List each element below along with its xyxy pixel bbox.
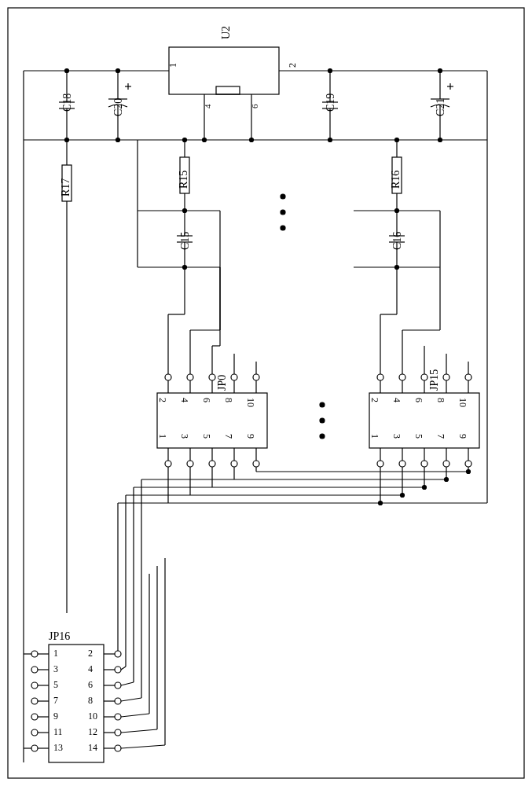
svg-point-98 [399,374,405,380]
svg-point-159 [423,486,427,490]
svg-line-211 [121,745,165,748]
jp15-pin1: 1 [369,434,380,439]
svg-point-160 [445,478,449,482]
svg-point-174 [31,667,38,673]
jp0-pin8: 8 [222,398,234,402]
svg-point-41 [328,138,332,142]
jp0-pin10: 10 [244,398,256,407]
jp16-pin6: 6 [88,679,93,691]
jp16-pin9: 9 [53,711,58,722]
conn-jp15-label: JP15 [428,369,441,391]
svg-point-39 [203,138,207,142]
svg-point-76 [165,374,171,380]
svg-point-100 [421,374,427,380]
svg-line-201 [121,667,126,670]
svg-point-38 [116,138,120,142]
svg-point-176 [31,682,38,689]
svg-point-92 [231,461,237,467]
jp0-pin2: 2 [156,398,168,402]
svg-point-198 [115,745,121,751]
jp0-pin5: 5 [200,434,212,439]
svg-point-112 [443,461,449,467]
svg-point-157 [379,501,383,505]
jp0-pin4: 4 [178,398,190,402]
jp16-pin14: 14 [88,742,97,754]
svg-point-104 [465,374,471,380]
svg-point-161 [467,470,471,474]
svg-point-40 [250,138,254,142]
svg-point-106 [377,461,383,467]
jp15-pin2: 2 [369,398,380,402]
jp16-pin12: 12 [88,726,97,738]
conn-jp16-label: JP16 [49,630,70,643]
svg-point-190 [115,682,121,689]
svg-point-78 [187,374,193,380]
svg-point-94 [253,461,259,467]
cap-c21-label: C21 [435,98,447,116]
res-r17-label: R17 [60,178,72,196]
jp15-pin10: 10 [457,398,468,407]
svg-point-186 [115,651,121,657]
svg-point-90 [209,461,215,467]
svg-point-72 [281,226,285,230]
svg-point-71 [281,210,285,215]
svg-point-102 [443,374,449,380]
svg-point-114 [465,461,471,467]
cap-c19-label: C19 [325,94,337,112]
jp16-pin4: 4 [88,663,93,675]
svg-point-80 [209,374,215,380]
svg-point-158 [401,494,405,498]
svg-line-203 [121,682,134,685]
jp16-pin13: 13 [53,742,63,754]
cap-c15-label: C15 [179,232,192,250]
svg-point-84 [253,374,259,380]
svg-point-86 [165,461,171,467]
jp0-pin9: 9 [244,434,256,439]
jp15-pin8: 8 [435,398,446,402]
svg-point-115 [320,402,325,407]
svg-point-96 [377,374,383,380]
jp15-pin5: 5 [413,434,424,439]
svg-point-180 [31,714,38,720]
svg-line-207 [121,714,149,717]
jp15-pin7: 7 [435,434,446,439]
svg-point-196 [115,729,121,736]
cap-c16-label: C16 [391,232,404,250]
jp15-pin9: 9 [457,434,468,439]
jp0-pin7: 7 [222,434,234,439]
jp15-pin6: 6 [413,398,424,402]
jp16-pin3: 3 [53,663,58,675]
jp15-pin3: 3 [391,434,402,439]
ic-pin-1: 1 [167,63,179,68]
ic-label: U2 [220,26,233,39]
svg-line-209 [121,729,157,733]
svg-point-42 [438,138,442,142]
svg-point-70 [281,194,285,199]
svg-point-36 [438,69,442,73]
jp15-pin4: 4 [391,398,402,402]
ic-pin-2: 2 [287,63,299,68]
svg-point-60 [183,138,187,142]
res-r15-label: R15 [178,171,190,189]
ic-pin-6: 6 [250,105,259,109]
jp16-pin2: 2 [88,648,93,659]
svg-point-33 [65,69,69,73]
ic-pin-4: 4 [203,105,212,109]
svg-point-82 [231,374,237,380]
jp16-pin1: 1 [53,648,58,659]
svg-point-61 [395,138,399,142]
jp16-pin5: 5 [53,679,58,691]
svg-point-35 [328,69,332,73]
jp0-pin6: 6 [200,398,212,402]
svg-point-178 [31,698,38,704]
jp16-pin8: 8 [88,695,93,707]
svg-point-116 [320,418,325,423]
svg-line-205 [121,698,141,701]
cap-c20-label: C20 [112,98,125,116]
conn-jp0-label: JP0 [216,375,229,391]
jp0-pin1: 1 [156,434,168,439]
jp16-pin7: 7 [53,695,58,707]
svg-point-108 [399,461,405,467]
svg-point-194 [115,714,121,720]
svg-rect-1 [169,47,279,94]
